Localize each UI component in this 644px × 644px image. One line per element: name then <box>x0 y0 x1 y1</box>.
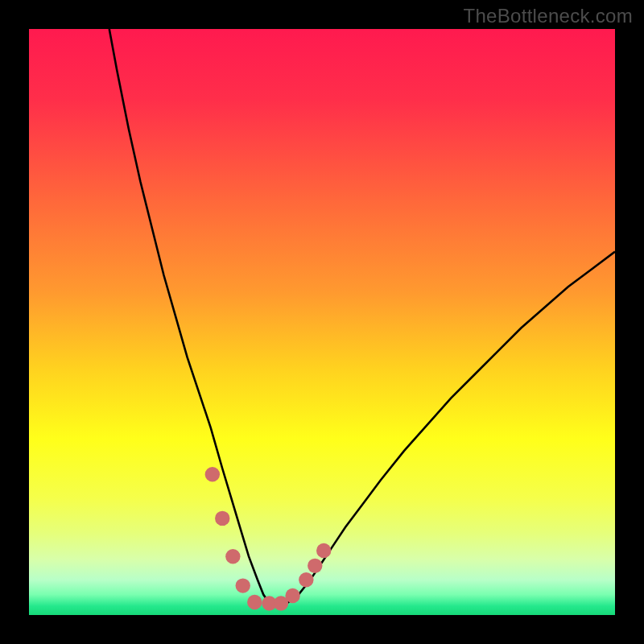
marker-dot <box>285 588 299 603</box>
marker-dot <box>247 595 262 609</box>
chart-stage: TheBottleneck.com <box>0 0 644 644</box>
curve-layer <box>29 29 615 615</box>
marker-dot <box>316 543 331 558</box>
marker-dot <box>299 572 313 587</box>
bottleneck-curve <box>109 29 615 603</box>
marker-dot <box>215 511 229 526</box>
marker-dot <box>236 578 250 592</box>
plot-area <box>29 29 615 615</box>
marker-dot <box>308 559 322 573</box>
marker-dot <box>205 467 220 481</box>
curve-markers <box>205 467 332 611</box>
marker-dot <box>225 549 240 564</box>
watermark-text: TheBottleneck.com <box>463 5 633 27</box>
